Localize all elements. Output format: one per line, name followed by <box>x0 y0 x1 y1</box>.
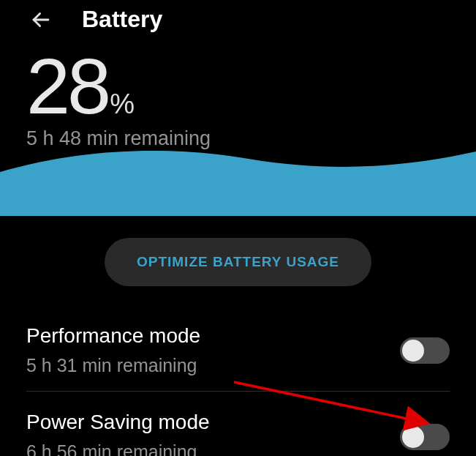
toggle-knob <box>402 426 424 448</box>
optimize-wrap: OPTIMIZE BATTERY USAGE <box>0 216 476 313</box>
header: Battery <box>0 0 476 43</box>
toggle-knob <box>402 340 424 362</box>
optimize-battery-button[interactable]: OPTIMIZE BATTERY USAGE <box>105 238 371 286</box>
battery-hero: 28 % 5 h 48 min remaining <box>0 43 476 216</box>
percent-value: 28 <box>26 47 108 126</box>
performance-mode-sub: 5 h 31 min remaining <box>26 355 200 376</box>
performance-mode-title: Performance mode <box>26 324 200 348</box>
power-saving-mode-sub: 6 h 56 min remaining <box>26 441 210 456</box>
battery-percent: 28 % <box>26 47 476 126</box>
time-remaining: 5 h 48 min remaining <box>26 127 476 150</box>
power-saving-mode-title: Power Saving mode <box>26 411 210 434</box>
row-texts: Power Saving mode 6 h 56 min remaining <box>26 411 210 456</box>
percent-symbol: % <box>110 89 135 120</box>
row-texts: Performance mode 5 h 31 min remaining <box>26 324 200 376</box>
performance-mode-row[interactable]: Performance mode 5 h 31 min remaining <box>0 313 476 391</box>
back-icon[interactable] <box>28 7 54 33</box>
power-saving-mode-toggle[interactable] <box>400 424 450 450</box>
performance-mode-toggle[interactable] <box>400 337 450 364</box>
battery-wave-chart <box>0 143 476 216</box>
power-saving-mode-row[interactable]: Power Saving mode 6 h 56 min remaining <box>0 392 476 456</box>
page-title: Battery <box>82 6 162 33</box>
